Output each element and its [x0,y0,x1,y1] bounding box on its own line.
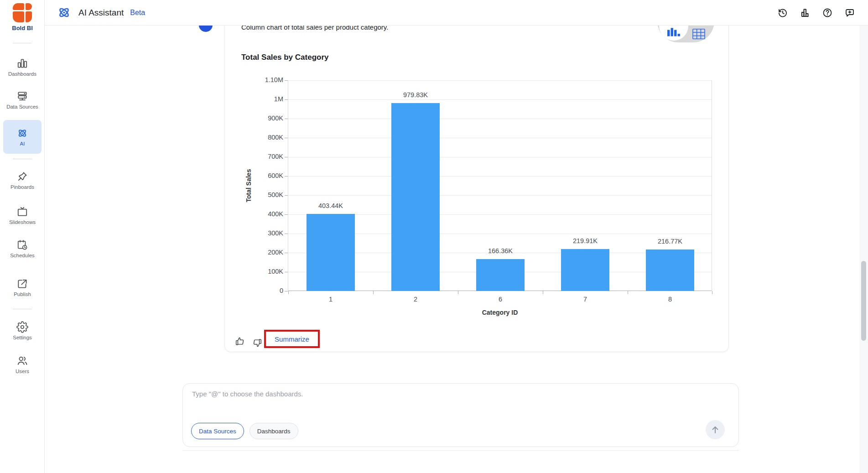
chart-icon [800,7,811,18]
thumbs-down-button[interactable] [252,338,262,348]
insights-button[interactable] [800,7,811,18]
bar-category-2[interactable] [391,103,440,291]
sidebar-item-label: Users [16,369,29,374]
chart-plot-area: 403.44K1979.83K2166.36K6219.91K7216.77K8 [288,80,712,291]
sidebar-item-publish[interactable]: Publish [3,274,42,301]
bar-value-label: 979.83K [373,91,458,99]
settings-icon [16,321,28,333]
ai-assistant-logo-icon [57,5,72,20]
scrollbar-thumb[interactable] [861,261,866,341]
chart-view-icon [667,27,681,38]
gridline [288,157,712,157]
y-tick-label: 700K [239,153,283,160]
sidebar: Bold BI DashboardsData SourcesAIPinboard… [0,0,45,473]
beta-badge: Beta [130,9,145,17]
sidebar-divider [13,159,32,159]
view-toggle [657,26,714,42]
y-tick-mark [285,157,288,157]
bar-category-6[interactable] [476,259,525,291]
history-icon [777,7,788,18]
x-tick-mark [288,291,289,294]
send-arrow-icon [710,424,721,435]
chip-dashboards[interactable]: Dashboards [249,423,298,439]
schedule-icon [16,239,28,251]
gridline [288,176,712,177]
history-button[interactable] [777,7,788,18]
sidebar-item-data-sources[interactable]: Data Sources [3,86,42,114]
boldbi-logo-icon [13,3,32,22]
bar-category-1[interactable] [307,214,355,291]
pinboard-icon [16,171,28,182]
scrollbar-track[interactable] [859,26,868,473]
gridline [288,195,712,196]
summarize-button[interactable]: Summarize [275,335,309,343]
y-tick-label: 100K [239,268,283,275]
x-axis-title: Category ID [288,309,712,316]
y-tick-label: 200K [239,249,283,256]
y-tick-label: 600K [239,172,283,179]
sidebar-item-label: Pinboards [10,184,34,190]
boldbi-logo-label: Bold BI [0,25,45,31]
sidebar-item-dashboards[interactable]: Dashboards [3,53,42,81]
x-tick-mark [712,291,712,294]
help-icon [822,7,833,18]
data-sources-icon [16,90,28,102]
sidebar-item-schedules[interactable]: Schedules [3,235,42,262]
feedback-icon [844,7,855,18]
composer-divider [182,450,739,451]
users-icon [16,355,28,367]
y-tick-mark [285,176,288,177]
sidebar-item-label: Settings [13,335,32,340]
chip-data-sources[interactable]: Data Sources [191,423,244,439]
y-tick-mark [285,234,288,234]
x-tick-label: 8 [628,296,712,303]
message-text: Column chart of total sales per product … [241,26,388,31]
y-tick-mark [285,138,288,138]
slideshow-icon [16,206,28,218]
assistant-avatar [199,26,213,32]
publish-icon [16,278,28,290]
y-tick-mark [285,195,288,196]
boldbi-logo[interactable]: Bold BI [0,3,45,31]
gridline [288,80,712,81]
thumbs-up-button[interactable] [235,336,245,346]
x-tick-label: 7 [543,296,628,303]
y-tick-label: 1M [239,95,283,103]
chat-response-card: Column chart of total sales per product … [224,26,729,352]
x-tick-mark [628,291,628,294]
thumb-down-icon [252,338,262,348]
sidebar-item-users[interactable]: Users [3,351,42,378]
x-tick-mark [543,291,543,294]
sidebar-item-slideshows[interactable]: Slideshows [3,202,42,229]
y-tick-label: 0 [239,287,283,294]
topbar-actions [777,7,855,18]
composer-input[interactable] [191,389,684,416]
y-tick-mark [285,119,288,119]
table-view-button[interactable] [691,28,707,40]
sidebar-divider [13,309,32,309]
send-button[interactable] [706,420,725,439]
bar-value-label: 403.44K [288,202,373,209]
sidebar-item-pinboards[interactable]: Pinboards [3,166,42,194]
bar-value-label: 166.36K [458,247,543,255]
app-root: Bold BI DashboardsData SourcesAIPinboard… [0,0,868,473]
bar-category-8[interactable] [646,249,694,291]
y-tick-label: 900K [239,114,283,122]
sidebar-item-label: Schedules [10,253,35,258]
sidebar-item-label: Dashboards [8,71,36,77]
help-button[interactable] [822,7,833,18]
y-tick-mark [285,99,288,100]
summarize-annotation-box: Summarize [264,330,320,348]
y-tick-mark [285,80,288,81]
bar-value-label: 219.91K [543,237,628,244]
y-tick-label: 500K [239,191,283,198]
sidebar-item-label: Publish [14,291,31,297]
chart-view-button[interactable] [659,26,688,41]
sidebar-item-settings[interactable]: Settings [3,317,42,344]
x-tick-label: 1 [288,296,373,303]
bar-category-7[interactable] [561,249,609,291]
sidebar-item-ai[interactable]: AI [3,120,42,154]
y-tick-mark [285,214,288,215]
y-tick-label: 1.10M [239,76,283,83]
feedback-button[interactable] [844,7,855,18]
